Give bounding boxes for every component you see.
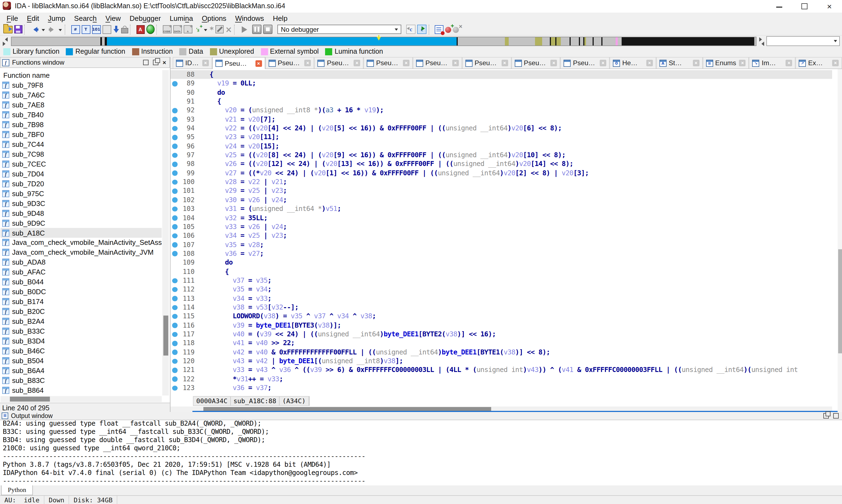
make-code-icon[interactable]: CODE+: [162, 25, 171, 33]
breakpoint-dot-icon[interactable]: [172, 224, 177, 230]
breakpoint-dot-icon[interactable]: [172, 179, 177, 185]
scrollbar-thumb[interactable]: [163, 316, 168, 356]
close-tab-icon[interactable]: ×: [832, 60, 839, 66]
function-list-item[interactable]: fsub_7C98: [1, 149, 162, 159]
code-line[interactable]: 123 v36 = v37;: [171, 383, 832, 393]
code-line[interactable]: 97 v25 = ((v20[8] << 24) | (v20[9] << 16…: [171, 151, 832, 160]
function-list-item[interactable]: fJava_com_check_vmobile_MainActivity_JVM: [1, 248, 162, 257]
menu-item-search[interactable]: Search: [70, 14, 101, 22]
code-line[interactable]: 103 v31 = (unsigned __int64 *)v51;: [171, 204, 832, 213]
menu-item-view[interactable]: View: [101, 14, 125, 22]
breakpoint-dot-icon[interactable]: [172, 305, 177, 310]
scrollbar-thumb[interactable]: [838, 249, 842, 353]
function-list-item[interactable]: fsub_7C44: [1, 140, 162, 149]
tab-He[interactable]: 0He…×: [610, 57, 656, 69]
code-line[interactable]: 88 {: [171, 70, 832, 79]
search-text-icon[interactable]: T: [82, 25, 90, 34]
breakpoint-dot-icon[interactable]: [172, 162, 177, 167]
function-list-item[interactable]: fsub_7A6C: [1, 90, 162, 100]
close-tab-icon[interactable]: ×: [600, 60, 606, 66]
run-to-cursor-icon[interactable]: c: [418, 25, 427, 34]
code-line[interactable]: 116 v39 = byte_DEE1[BYTE3(v38)];: [171, 321, 832, 330]
code-line[interactable]: 98 v26 = ((v20[12] << 24) | (v20[13] << …: [171, 160, 832, 169]
function-list-item[interactable]: fsub_B20C: [1, 306, 162, 317]
code-line[interactable]: 113 v34 = v33;: [171, 294, 832, 303]
function-list-item[interactable]: fsub_B83C: [1, 375, 162, 385]
navigate-forward-icon[interactable]: [48, 26, 56, 33]
maximize-button[interactable]: [792, 0, 817, 13]
make-unknown-icon[interactable]: *: [210, 25, 214, 34]
breakpoint-dot-icon[interactable]: [172, 287, 177, 292]
breakpoint-dot-icon[interactable]: [172, 367, 177, 373]
menu-item-windows[interactable]: Windows: [231, 14, 269, 22]
close-tab-icon[interactable]: ×: [202, 60, 209, 66]
code-line[interactable]: 90 do: [171, 88, 832, 97]
output-log[interactable]: B2A4: using guessed type float __fastcal…: [0, 420, 842, 486]
add-breakpoint-icon[interactable]: [445, 26, 452, 33]
close-tab-icon[interactable]: ×: [403, 60, 409, 66]
code-line[interactable]: 94 v22 = ((v20[4] << 24) | (v20[5] << 16…: [171, 124, 832, 133]
save-icon[interactable]: [14, 25, 22, 33]
breakpoint-dot-icon[interactable]: [172, 385, 177, 391]
function-list-item[interactable]: fsub_9D48: [1, 208, 162, 218]
delete-function-icon[interactable]: ×: [225, 25, 232, 33]
code-line[interactable]: 108 v36 = v27;: [171, 249, 832, 258]
close-tab-icon[interactable]: ×: [501, 60, 508, 66]
function-list-item[interactable]: fsub_7CEC: [1, 159, 162, 169]
tab-Enums[interactable]: ≡Enums×: [702, 57, 749, 69]
function-list-item[interactable]: fsub_B3D4: [1, 336, 162, 346]
close-tab-icon[interactable]: ×: [551, 60, 557, 66]
close-tab-icon[interactable]: ×: [692, 60, 699, 66]
float-pane-icon[interactable]: [153, 60, 158, 65]
tab-Pseu[interactable]: Pseu…×: [511, 57, 561, 69]
navband-scroll-left-icon[interactable]: [2, 37, 8, 45]
breakpoint-dot-icon[interactable]: [172, 135, 177, 140]
tab-python[interactable]: Python: [1, 485, 33, 495]
code-line[interactable]: 109 do: [171, 258, 832, 267]
menu-item-edit[interactable]: Edit: [22, 14, 43, 22]
function-list-item[interactable]: fJava_com_check_vmobile_MainActivity_Set…: [1, 238, 162, 248]
function-list-item[interactable]: fsub_975C: [1, 189, 162, 199]
breakpoint-dot-icon[interactable]: [172, 377, 177, 382]
code-line[interactable]: 111 v37 = v35;: [171, 276, 832, 285]
pseudocode-view[interactable]: 88 {89 v19 = 0LL;90 do91 {92 v20 = (unsi…: [171, 69, 842, 412]
tab-Ex[interactable]: ↗Ex…×: [796, 57, 842, 69]
tab-Pseu[interactable]: Pseu…×: [364, 57, 413, 69]
functions-window-header[interactable]: f Functions window ×: [0, 57, 170, 68]
menu-item-debugger[interactable]: Debugger: [125, 14, 165, 22]
function-list-item[interactable]: fsub_A18C: [1, 228, 162, 238]
code-line[interactable]: 102 v30 = v26 | v24;: [171, 196, 832, 204]
code-line[interactable]: 118 v41 = v40 >> 22;: [171, 339, 832, 348]
output-window-header[interactable]: ≡ Output window: [0, 412, 842, 420]
close-tab-icon[interactable]: ×: [786, 60, 792, 66]
function-list-item[interactable]: fsub_B504: [1, 356, 162, 366]
function-list-item[interactable]: fsub_B2A4: [1, 317, 162, 326]
make-array-icon[interactable]: A+: [183, 25, 192, 33]
navigate-back-icon[interactable]: [31, 26, 39, 33]
code-line[interactable]: 115 LODWORD(v38) = v35 ^ v37 ^ v34 ^ v38…: [171, 312, 832, 321]
lock-highlight-icon[interactable]: [121, 25, 128, 33]
breakpoint-dot-icon[interactable]: [172, 341, 177, 346]
breakpoint-dot-icon[interactable]: [172, 188, 177, 194]
jump-to-address-icon[interactable]: [113, 25, 119, 33]
close-tab-icon[interactable]: ×: [255, 60, 262, 67]
code-line[interactable]: 119 v42 = v40 & 0xFFFFFFFFFFFF00FFLL | (…: [171, 347, 832, 357]
back-history-caret[interactable]: [41, 26, 46, 32]
close-pane-icon[interactable]: ×: [162, 60, 166, 65]
breakpoint-dot-icon[interactable]: [172, 198, 177, 203]
restore-pane-icon[interactable]: [833, 413, 839, 418]
breakpoint-dot-icon[interactable]: [172, 323, 177, 328]
code-line[interactable]: 114 v38 = v53[v32--];: [171, 303, 832, 312]
breakpoint-dot-icon[interactable]: [172, 206, 177, 212]
breakpoint-dot-icon[interactable]: [172, 108, 177, 113]
close-tab-icon[interactable]: ×: [304, 60, 311, 66]
float-pane-icon[interactable]: [823, 413, 829, 418]
code-vertical-scrollbar[interactable]: [838, 69, 842, 412]
breakpoint-dot-icon[interactable]: [172, 296, 177, 301]
tab-Pseu[interactable]: Pseu…×: [413, 57, 462, 69]
tab-St[interactable]: ASt…×: [656, 57, 703, 69]
tab-ID[interactable]: ID…×: [173, 57, 212, 69]
code-line[interactable]: 122 *v31++ = v33;: [171, 375, 832, 383]
function-list-item[interactable]: fsub_B174: [1, 296, 162, 306]
tab-Pseu[interactable]: Pseu…×: [462, 57, 511, 69]
